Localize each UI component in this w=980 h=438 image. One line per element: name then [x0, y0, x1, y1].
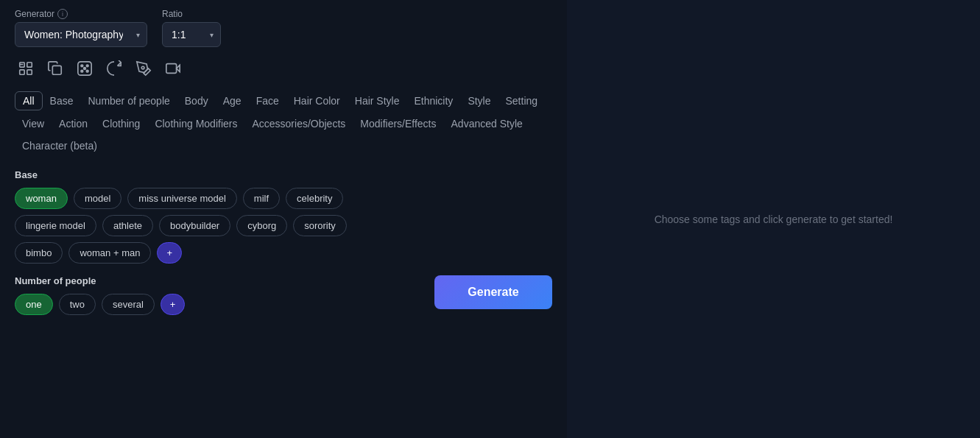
- tag-woman[interactable]: woman: [15, 188, 68, 209]
- generator-select-wrapper: Women: Photography Men: Photography Anim…: [15, 22, 147, 47]
- base-tags-row-2: lingerie model athlete bodybuilder cybor…: [15, 215, 552, 236]
- generate-button[interactable]: Generate: [434, 275, 552, 309]
- svg-rect-3: [27, 70, 32, 74]
- ratio-label: Ratio: [162, 9, 221, 19]
- ratio-group: Ratio 1:1 16:9 4:3 3:2 ▾: [162, 9, 221, 47]
- tag-bimbo[interactable]: bimbo: [15, 242, 63, 264]
- right-panel: Choose some tags and click generate to g…: [567, 0, 980, 438]
- base-tags-row-1: woman model miss universe model milf cel…: [15, 188, 552, 209]
- copy-icon-btn[interactable]: [44, 57, 66, 80]
- tab-base[interactable]: Base: [43, 91, 81, 110]
- icon-toolbar: [15, 57, 552, 80]
- top-controls: Generator i Women: Photography Men: Phot…: [15, 9, 552, 47]
- tab-ethnicity[interactable]: Ethnicity: [406, 91, 460, 110]
- tag-lingerie-model[interactable]: lingerie model: [15, 215, 96, 236]
- rotate-icon-btn[interactable]: [103, 57, 125, 80]
- tab-face[interactable]: Face: [249, 91, 286, 110]
- generate-area: Generate: [434, 275, 552, 312]
- tag-cyborg[interactable]: cyborg: [236, 215, 287, 236]
- video-icon-btn[interactable]: [162, 57, 184, 80]
- tab-view[interactable]: View: [15, 115, 52, 133]
- number-tags-row: one two several +: [15, 294, 420, 315]
- tab-modifiers-effects[interactable]: Modifiers/Effects: [353, 115, 443, 133]
- tab-character-beta[interactable]: Character (beta): [15, 137, 105, 155]
- tag-celebrity[interactable]: celebrity: [286, 188, 343, 209]
- svg-rect-1: [27, 63, 32, 67]
- tag-sorority[interactable]: sorority: [293, 215, 347, 236]
- base-tags-row-3: bimbo woman + man +: [15, 242, 552, 264]
- tag-bodybuilder[interactable]: bodybuilder: [159, 215, 230, 236]
- svg-rect-13: [166, 64, 177, 74]
- tab-all[interactable]: All: [15, 91, 43, 110]
- number-section-title: Number of people: [15, 275, 420, 286]
- tab-body[interactable]: Body: [177, 91, 216, 110]
- tag-one[interactable]: one: [15, 294, 53, 315]
- left-panel: Generator i Women: Photography Men: Phot…: [0, 0, 567, 438]
- bottom-area: Number of people one two several + Gener…: [15, 275, 552, 333]
- number-add-btn[interactable]: +: [161, 294, 186, 315]
- grid-icon-btn[interactable]: [15, 57, 37, 80]
- base-section-title: Base: [15, 169, 552, 180]
- tab-age[interactable]: Age: [216, 91, 249, 110]
- dice-icon-btn[interactable]: [74, 57, 96, 80]
- svg-point-12: [141, 66, 144, 69]
- tab-advanced-style[interactable]: Advanced Style: [444, 115, 530, 133]
- svg-point-7: [81, 65, 83, 67]
- ratio-select-wrapper: 1:1 16:9 4:3 3:2 ▾: [162, 22, 221, 47]
- tag-athlete[interactable]: athlete: [102, 215, 153, 236]
- tab-clothing[interactable]: Clothing: [95, 115, 147, 133]
- generator-info-icon[interactable]: i: [57, 9, 68, 19]
- tab-number-of-people[interactable]: Number of people: [80, 91, 177, 110]
- tab-clothing-modifiers[interactable]: Clothing Modifiers: [147, 115, 244, 133]
- svg-point-11: [86, 70, 88, 72]
- tag-several[interactable]: several: [102, 294, 155, 315]
- generator-group: Generator i Women: Photography Men: Phot…: [15, 9, 147, 47]
- generator-select[interactable]: Women: Photography Men: Photography Anim…: [15, 22, 147, 47]
- svg-point-9: [84, 68, 86, 70]
- tab-hair-color[interactable]: Hair Color: [286, 91, 348, 110]
- tag-miss-universe-model[interactable]: miss universe model: [127, 188, 237, 209]
- tabs-container: All Base Number of people Body Age Face …: [15, 91, 552, 155]
- tab-style[interactable]: Style: [460, 91, 498, 110]
- tab-hair-style[interactable]: Hair Style: [348, 91, 407, 110]
- svg-rect-5: [52, 66, 61, 74]
- svg-point-10: [81, 70, 83, 72]
- brush-icon-btn[interactable]: [133, 57, 155, 80]
- tag-woman-plus-man[interactable]: woman + man: [68, 242, 151, 264]
- ratio-select[interactable]: 1:1 16:9 4:3 3:2: [162, 22, 221, 47]
- tag-two[interactable]: two: [59, 294, 96, 315]
- svg-rect-2: [20, 70, 24, 74]
- tab-accessories-objects[interactable]: Accessories/Objects: [244, 115, 353, 133]
- tag-model[interactable]: model: [74, 188, 121, 209]
- svg-point-8: [86, 65, 88, 67]
- tab-action[interactable]: Action: [52, 115, 95, 133]
- right-panel-placeholder: Choose some tags and click generate to g…: [655, 213, 893, 225]
- tag-milf[interactable]: milf: [243, 188, 280, 209]
- base-add-btn[interactable]: +: [157, 242, 182, 264]
- generator-label: Generator i: [15, 9, 147, 19]
- tab-setting[interactable]: Setting: [498, 91, 546, 110]
- number-of-people-section: Number of people one two several +: [15, 275, 420, 321]
- base-section: Base woman model miss universe model mil…: [15, 169, 552, 264]
